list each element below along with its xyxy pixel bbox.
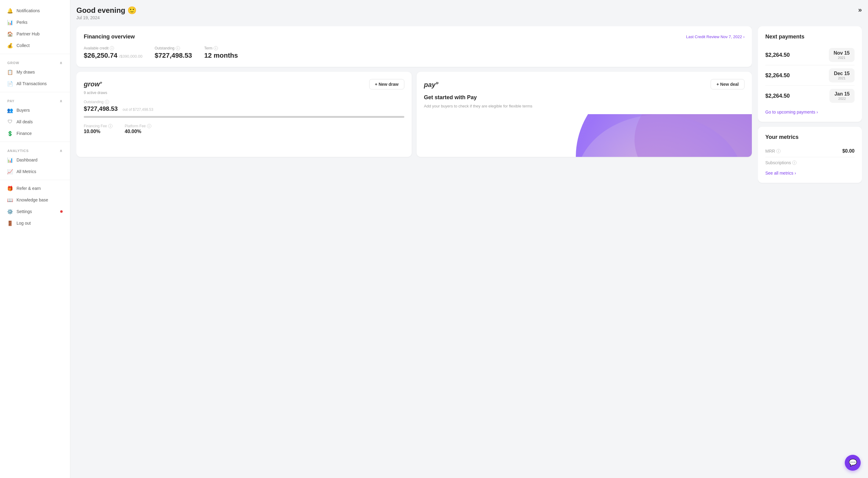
- payment-date-day: Nov 15: [834, 50, 850, 56]
- settings-icon: ⚙️: [7, 209, 13, 214]
- page-date: Jul 19, 2024: [76, 15, 136, 20]
- sidebar-item-refer-earn[interactable]: 🎁Refer & earn: [0, 182, 70, 194]
- sidebar-item-notifications[interactable]: 🔔Notifications: [0, 5, 70, 16]
- analytics-section-label: ANALYTICS ∧: [0, 144, 70, 154]
- payment-date-day: Jan 15: [834, 91, 850, 97]
- all-transactions-icon: 📄: [7, 81, 13, 87]
- sidebar-item-label: Dashboard: [17, 158, 38, 162]
- platform-fee-value: 40.00%: [125, 129, 151, 134]
- active-draws: 9 active draws: [84, 91, 404, 95]
- credit-review-link[interactable]: Last Credit Review Nov 7, 2022 ›: [686, 34, 745, 39]
- outstanding-info-icon[interactable]: i: [176, 46, 180, 50]
- right-panel: Next payments $2,264.50 Nov 15 2021 $2,2…: [758, 26, 862, 472]
- sidebar-item-all-deals[interactable]: 🛡All deals: [0, 116, 70, 128]
- sidebar-item-settings[interactable]: ⚙️Settings: [0, 206, 70, 217]
- next-payments-card: Next payments $2,264.50 Nov 15 2021 $2,2…: [758, 26, 862, 122]
- sidebar-item-finance[interactable]: 💲Finance: [0, 128, 70, 139]
- sidebar-item-label: All Transactions: [17, 81, 47, 86]
- sidebar-item-my-draws[interactable]: 📋My draws: [0, 66, 70, 78]
- chat-button[interactable]: 💬: [845, 455, 861, 471]
- sidebar-item-perks[interactable]: 📊Perks: [0, 16, 70, 28]
- sidebar-item-label: Notifications: [17, 8, 40, 13]
- sidebar-item-label: All deals: [17, 120, 33, 124]
- sidebar-item-label: Settings: [17, 209, 32, 214]
- outstanding-label: Outstanding i: [155, 46, 192, 50]
- financing-title: Financing overview: [84, 34, 135, 40]
- sidebar-item-label: Log out: [17, 221, 31, 226]
- expand-icon[interactable]: »: [858, 6, 862, 14]
- term-label: Term i: [204, 46, 238, 50]
- sidebar-item-label: Refer & earn: [17, 186, 41, 191]
- greeting-emoji: 🙂: [127, 6, 136, 14]
- platform-fee-label: Platform Fee i: [125, 124, 151, 128]
- payment-amount: $2,264.50: [765, 93, 790, 99]
- platform-fee-info-icon[interactable]: i: [147, 124, 151, 128]
- payment-date-year: 2021: [834, 56, 850, 60]
- sidebar-item-label: Knowledge base: [17, 198, 48, 202]
- sidebar: 🔔Notifications📊Perks🏠Partner Hub💰Collect…: [0, 0, 70, 478]
- grow-chevron-icon: ∧: [60, 61, 63, 65]
- outstanding-value: $727,498.53: [155, 52, 192, 60]
- metrics-row: MRR i $0.00: [765, 145, 855, 157]
- pay-logo: pay»: [424, 79, 439, 89]
- perks-icon: 📊: [7, 20, 13, 25]
- outstanding-grow-info-icon[interactable]: i: [105, 100, 109, 104]
- your-metrics-card: Your metrics MRR i $0.00 Subscriptions i…: [758, 127, 862, 183]
- mrr-info-icon[interactable]: i: [776, 149, 781, 153]
- sidebar-item-label: All Metrics: [17, 169, 36, 174]
- sidebar-item-all-metrics[interactable]: 📈All Metrics: [0, 166, 70, 177]
- financing-fee-item: Financing Fee i 10.00%: [84, 124, 113, 134]
- sidebar-item-label: My draws: [17, 70, 35, 74]
- payment-row: $2,264.50 Dec 15 2021: [765, 65, 855, 86]
- metrics-title: Your metrics: [765, 134, 855, 140]
- sidebar-item-collect[interactable]: 💰Collect: [0, 40, 70, 51]
- payment-amount: $2,264.50: [765, 72, 790, 79]
- payments-list: $2,264.50 Nov 15 2021 $2,264.50 Dec 15 2…: [765, 45, 855, 106]
- financing-fee-label: Financing Fee i: [84, 124, 113, 128]
- page-header: Good evening 🙂 Jul 19, 2024 »: [70, 0, 868, 20]
- pay-title: Get started with Pay: [424, 94, 745, 101]
- sidebar-item-label: Buyers: [17, 108, 30, 113]
- sidebar-item-label: Perks: [17, 20, 28, 25]
- sidebar-item-buyers[interactable]: 👥Buyers: [0, 104, 70, 116]
- payment-date-badge: Jan 15 2022: [830, 89, 855, 103]
- center-panel: Financing overview Last Credit Review No…: [76, 26, 752, 472]
- metrics-row-label: MRR i: [765, 149, 781, 153]
- sidebar-item-label: Collect: [17, 43, 30, 48]
- sidebar-item-dashboard[interactable]: 📊Dashboard: [0, 154, 70, 166]
- payment-amount: $2,264.50: [765, 52, 790, 58]
- finance-icon: 💲: [7, 131, 13, 136]
- upcoming-payments-link[interactable]: Go to upcoming payments ›: [765, 110, 855, 114]
- buyers-icon: 👥: [7, 107, 13, 113]
- metrics-row: Subscriptions i: [765, 157, 855, 168]
- pay-body: Get started with Pay Add your buyers to …: [424, 94, 745, 109]
- settings-badge: [60, 210, 63, 213]
- new-draw-button[interactable]: + New draw: [369, 79, 404, 90]
- metrics-list: MRR i $0.00 Subscriptions i: [765, 145, 855, 168]
- new-deal-button[interactable]: + New deal: [711, 79, 745, 90]
- metrics-row-label: Subscriptions i: [765, 160, 797, 165]
- available-credit-value: $26,250.74/$390,000.00: [84, 52, 143, 60]
- financing-fee-info-icon[interactable]: i: [108, 124, 113, 128]
- available-credit-info-icon[interactable]: i: [110, 46, 114, 50]
- my-draws-icon: 📋: [7, 69, 13, 75]
- pay-chevron-icon: ∧: [60, 99, 63, 103]
- term-info-icon[interactable]: i: [214, 46, 218, 50]
- sidebar-item-partner-hub[interactable]: 🏠Partner Hub: [0, 28, 70, 40]
- log-out-icon: 🚪: [7, 220, 13, 226]
- financing-overview-card: Financing overview Last Credit Review No…: [76, 26, 752, 67]
- sidebar-item-label: Partner Hub: [17, 31, 39, 36]
- see-all-metrics-link[interactable]: See all metrics ›: [765, 171, 855, 175]
- progress-bar-fill: [84, 116, 404, 118]
- term-item: Term i 12 months: [204, 46, 238, 60]
- collect-icon: 💰: [7, 43, 13, 48]
- available-credit-label: Available credit i: [84, 46, 143, 50]
- sidebar-item-knowledge-base[interactable]: 📖Knowledge base: [0, 194, 70, 206]
- refer-earn-icon: 🎁: [7, 185, 13, 191]
- subscriptions-info-icon[interactable]: i: [792, 161, 797, 165]
- sidebar-item-all-transactions[interactable]: 📄All Transactions: [0, 78, 70, 90]
- outstanding-grow-value: $727,498.53: [84, 105, 118, 112]
- sidebar-item-log-out[interactable]: 🚪Log out: [0, 217, 70, 229]
- analytics-chevron-icon: ∧: [60, 149, 63, 153]
- outstanding-grow-row: $727,498.53 out of $727,498.53: [84, 105, 404, 112]
